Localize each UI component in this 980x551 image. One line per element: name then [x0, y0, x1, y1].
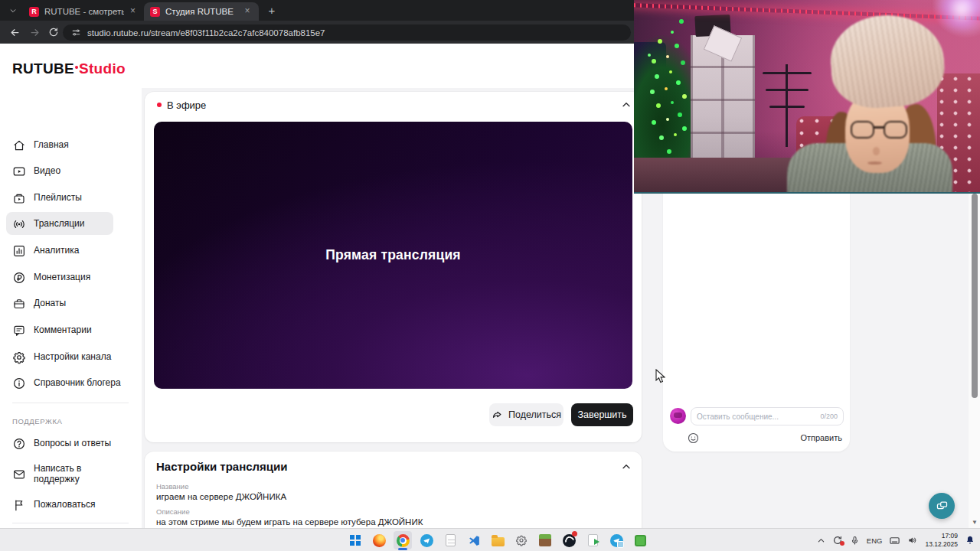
sidebar-item-comments[interactable]: Комментарии	[0, 320, 142, 341]
live-card-header[interactable]: В эфире	[145, 92, 642, 118]
tab-search-button[interactable]	[5, 4, 21, 17]
info-icon	[12, 377, 26, 390]
language-indicator[interactable]: ENG	[867, 536, 883, 545]
start-button[interactable]	[346, 531, 364, 549]
glasses-lens	[851, 121, 874, 139]
tab-title: Студия RUTUBE	[165, 7, 234, 16]
tab-studio-rutube[interactable]: S Студия RUTUBE ×	[144, 2, 259, 21]
finish-button[interactable]: Завершить	[571, 403, 633, 426]
back-button[interactable]	[8, 25, 21, 39]
sidebar-item-broadcasts[interactable]: Трансляции	[0, 214, 142, 235]
description-value: на этом стриме мы будем играть на сервер…	[156, 517, 423, 527]
chat-input-pill[interactable]: 0/200	[691, 407, 844, 425]
obs-button[interactable]	[560, 531, 578, 549]
finish-button-label: Завершить	[577, 409, 626, 420]
telegram-alt-button[interactable]	[607, 531, 626, 549]
sidebar-item-write-support[interactable]: Написать в поддержку	[0, 461, 142, 487]
studio-favicon: S	[150, 7, 160, 17]
support-chat-float-button[interactable]	[929, 493, 955, 519]
sidebar-item-report[interactable]: Пожаловаться	[0, 494, 142, 516]
forward-button[interactable]	[28, 25, 41, 39]
reload-button[interactable]	[47, 25, 60, 39]
firefox-icon	[373, 534, 386, 547]
sidebar-item-label: Настройки канала	[34, 352, 132, 363]
speaker-icon[interactable]	[907, 535, 918, 546]
chat-message-input[interactable]	[697, 412, 817, 421]
mouse-cursor	[655, 369, 665, 383]
time-text: 17:09	[925, 532, 958, 540]
minecraft-button[interactable]	[536, 531, 554, 549]
share-icon	[492, 409, 503, 421]
green-cube-icon	[635, 535, 646, 546]
firefox-button[interactable]	[370, 531, 388, 549]
glasses-bridge	[874, 126, 884, 129]
sidebar-item-analytics[interactable]: Аналитика	[0, 240, 142, 262]
scrollbar-down-arrow[interactable]: ▼	[972, 519, 978, 526]
sidebar-item-home[interactable]: Главная	[0, 135, 142, 156]
settings-button[interactable]	[512, 531, 531, 549]
close-tab-icon[interactable]: ×	[242, 6, 253, 17]
screen: R RUTUBE - смотреть видео он × S Студия …	[0, 0, 980, 551]
webcam-video-overlay[interactable]	[634, 0, 980, 194]
sidebar-item-label: Трансляции	[34, 219, 132, 230]
sidebar-item-donations[interactable]: Донаты	[0, 293, 142, 315]
notification-badge	[572, 531, 577, 536]
sidebar-section-support: ПОДДЕРЖКА	[12, 417, 63, 425]
beanie-hat	[828, 11, 947, 111]
description-label: Описание	[156, 507, 190, 516]
touch-keyboard-icon[interactable]	[889, 535, 900, 546]
mouth	[867, 161, 882, 165]
sidebar-item-blogger-guide[interactable]: Справочник блогера	[0, 373, 142, 394]
chrome-icon	[397, 534, 410, 547]
sidebar-item-faq[interactable]: Вопросы и ответы	[0, 433, 142, 455]
green-app-button[interactable]	[631, 531, 649, 549]
chevron-down-icon	[9, 7, 17, 15]
sidebar-item-label: Плейлисты	[34, 193, 132, 204]
glasses-lens	[884, 121, 907, 139]
taskbar-apps	[346, 531, 649, 549]
address-bar[interactable]: studio.rutube.ru/stream/e8f03f11b2ca2c7a…	[63, 24, 631, 41]
recording-indicator[interactable]	[832, 535, 843, 546]
question-icon	[12, 437, 26, 451]
telegram-button[interactable]	[417, 531, 436, 549]
sidebar-item-video[interactable]: Видео	[0, 161, 142, 182]
send-message-button[interactable]: Отправить	[800, 433, 842, 442]
emoji-icon[interactable]	[687, 432, 700, 445]
microphone-icon[interactable]	[850, 536, 860, 546]
notifications-bell-icon[interactable]	[965, 535, 975, 546]
date-text: 13.12.2025	[925, 540, 958, 549]
sidebar-item-label: Написать в поддержку	[34, 464, 110, 485]
webcam-scene	[634, 0, 980, 192]
live-status-text: В эфире	[167, 99, 206, 111]
file-explorer-button[interactable]	[488, 531, 507, 549]
collapse-chevron-icon[interactable]	[620, 461, 632, 473]
new-tab-button[interactable]: +	[265, 4, 279, 18]
monetization-icon	[12, 271, 26, 285]
close-tab-icon[interactable]: ×	[129, 6, 136, 17]
minecraft-icon	[539, 534, 551, 546]
clock[interactable]: 17:09 13.12.2025	[925, 532, 958, 548]
document-export-icon	[588, 534, 598, 546]
sidebar-item-monetization[interactable]: Монетизация	[0, 267, 142, 289]
comments-icon	[12, 324, 26, 337]
collapse-chevron-icon[interactable]	[620, 99, 632, 111]
tab-rutube[interactable]: R RUTUBE - смотреть видео он ×	[23, 2, 142, 21]
sidebar-item-label: Видео	[34, 166, 132, 177]
sidebar-item-playlists[interactable]: Плейлисты	[0, 187, 142, 209]
scrollbar-thumb[interactable]	[972, 194, 978, 398]
folder-icon	[492, 537, 505, 546]
hidden-icons-button[interactable]	[817, 536, 825, 545]
streamer-person	[634, 0, 980, 192]
logo-studio-text: Studio	[79, 60, 126, 77]
chrome-button[interactable]	[394, 531, 412, 549]
rutube-studio-logo[interactable]: RUTUBE Studio	[12, 60, 126, 77]
share-button[interactable]: Поделиться	[489, 403, 564, 426]
vscode-icon	[468, 534, 481, 547]
document-button[interactable]	[583, 531, 602, 549]
sidebar-item-label: Аналитика	[34, 246, 132, 256]
windows-icon	[350, 535, 361, 546]
sidebar-item-channel-settings[interactable]: Настройки канала	[0, 347, 142, 368]
notepad-button[interactable]	[441, 531, 459, 549]
live-player[interactable]: Прямая трансляция	[154, 122, 632, 389]
vscode-button[interactable]	[465, 531, 483, 549]
